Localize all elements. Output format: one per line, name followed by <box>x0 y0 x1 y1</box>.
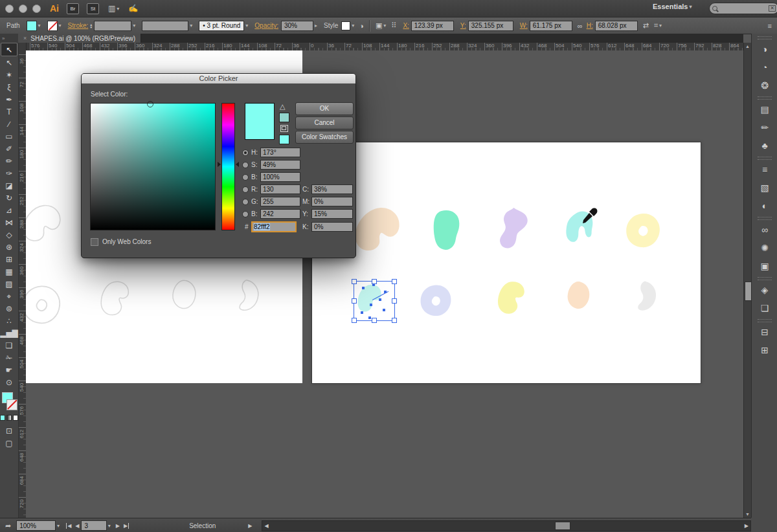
document-tab[interactable]: × SHAPES.ai @ 100% (RGB/Preview) <box>18 34 141 43</box>
dialog-title-bar[interactable]: Color Picker <box>82 74 355 83</box>
drawing-modes-button[interactable]: ⊡ <box>1 425 17 437</box>
horizontal-scrollbar[interactable]: ◀ ▶ <box>262 520 751 531</box>
tool-eraser[interactable]: ◪ <box>1 179 17 192</box>
selection-handle[interactable] <box>352 279 357 284</box>
zoom-level-field[interactable]: 100% <box>16 520 56 531</box>
stroke-weight-dropdown[interactable]: ▾ <box>133 23 135 28</box>
panel-group-handle[interactable] <box>758 217 772 220</box>
tool-free-transform[interactable]: ◇ <box>1 228 17 241</box>
anchor-point[interactable] <box>383 309 385 311</box>
tool-column-graph[interactable]: ▂▅▇ <box>1 327 17 339</box>
transform-options-icon[interactable]: ⇄ <box>643 21 649 30</box>
tool-pen[interactable]: ✒ <box>1 93 17 105</box>
tool-hand[interactable]: ☛ <box>1 364 17 376</box>
tool-blend[interactable]: ⊚ <box>1 302 17 315</box>
previous-artboard-button[interactable]: ◀ <box>75 523 79 529</box>
panel-gradient-icon[interactable]: ▧ <box>755 179 774 196</box>
tool-magic-wand[interactable]: ✶ <box>1 69 17 81</box>
anchor-point[interactable] <box>370 304 372 306</box>
none-mode-button[interactable] <box>13 415 18 421</box>
tool-perspective-grid[interactable]: ⊞ <box>1 253 17 265</box>
m-field[interactable]: 0% <box>311 197 353 206</box>
panel-brushes-icon[interactable]: ✏ <box>755 119 774 136</box>
arrange-documents-dropdown[interactable]: ▾ <box>117 6 119 12</box>
panel-stroke-icon[interactable]: ≡ <box>755 161 774 178</box>
panel-layers-icon[interactable]: ◈ <box>755 282 774 298</box>
tool-scale[interactable]: ⊿ <box>1 204 17 216</box>
tool-slice[interactable]: ✁ <box>1 351 17 364</box>
tool-eyedropper[interactable]: ⌖ <box>1 290 17 302</box>
panel-transparency-icon[interactable]: ◐ <box>755 197 774 214</box>
g-radio[interactable] <box>242 199 249 205</box>
brush-definition-select[interactable]: • 3 pt. Round <box>199 21 244 31</box>
panel-group-handle[interactable] <box>758 319 772 322</box>
s-radio[interactable] <box>242 162 249 168</box>
tool-pencil[interactable]: ✏ <box>1 155 17 167</box>
select-similar-dropdown[interactable]: ▾ <box>659 23 662 28</box>
b2-field[interactable]: 242 <box>260 209 300 219</box>
anchor-point[interactable] <box>368 316 371 319</box>
stock-button[interactable]: St <box>87 3 99 14</box>
shape-donut[interactable] <box>416 283 455 322</box>
tool-blob-brush[interactable]: ✑ <box>1 167 17 179</box>
panel-group-handle[interactable] <box>758 157 772 160</box>
zoom-window-button[interactable] <box>32 5 41 13</box>
tool-line-segment[interactable]: ∕ <box>1 118 17 130</box>
opacity-link[interactable]: Opacity: <box>254 22 278 29</box>
panel-transform-icon[interactable]: ⊞ <box>755 342 774 359</box>
scroll-left-icon[interactable]: ◀ <box>264 523 268 529</box>
hue-slider[interactable] <box>221 103 235 230</box>
h-radio[interactable] <box>242 150 249 156</box>
shape-bean[interactable] <box>352 206 403 258</box>
panel-group-handle[interactable] <box>758 36 772 39</box>
select-similar-icon[interactable]: ⌗ <box>654 21 658 30</box>
artboard-2[interactable] <box>312 142 701 383</box>
cancel-button[interactable]: Cancel <box>295 116 354 129</box>
b-field[interactable]: 100% <box>260 172 300 182</box>
anchor-point[interactable] <box>362 287 365 289</box>
export-icon[interactable]: ➦ <box>5 522 11 530</box>
selection-handle[interactable] <box>372 318 377 323</box>
search-input[interactable]: ✕ <box>709 3 777 14</box>
stroke-dropdown-icon[interactable]: ▾ <box>59 23 62 28</box>
tool-lasso[interactable]: ξ <box>1 81 17 93</box>
next-artboard-button[interactable]: ▶ <box>116 523 120 529</box>
y-field[interactable]: 15% <box>311 209 353 219</box>
arrange-documents-icon[interactable]: ▥ <box>108 4 115 13</box>
zoom-dropdown-icon[interactable]: ▾ <box>57 523 60 529</box>
tool-paintbrush[interactable]: ✐ <box>1 142 17 155</box>
stroke-weight-field[interactable] <box>94 21 131 31</box>
panel-symbols-icon[interactable]: ♣ <box>755 137 774 154</box>
anchor-point[interactable] <box>361 311 363 314</box>
artboard-dropdown-icon[interactable]: ▾ <box>108 523 111 529</box>
x-field[interactable]: 123.39 px <box>411 21 454 31</box>
selection-handle[interactable] <box>352 298 357 304</box>
bridge-button[interactable]: Br <box>67 3 79 14</box>
outlined-shape-bean[interactable] <box>26 204 63 247</box>
align-options-icon[interactable]: ▣ <box>376 21 382 30</box>
tool-direct-selection[interactable]: ↖ <box>1 56 17 69</box>
color-mode-button[interactable] <box>0 415 5 421</box>
last-artboard-button[interactable]: ▶ <box>124 523 129 529</box>
outlined-shape-crescent[interactable] <box>224 277 264 317</box>
first-artboard-button[interactable]: ◀ <box>66 523 71 529</box>
y-label[interactable]: Y: <box>460 22 466 29</box>
tool-mesh[interactable]: ▦ <box>1 265 17 278</box>
stroke-weight-stepper[interactable]: ▲▼ <box>89 23 93 28</box>
share-icon[interactable]: ✍ <box>128 4 138 13</box>
control-panel-menu-icon[interactable]: ≡ <box>768 22 772 30</box>
c-field[interactable]: 38% <box>311 184 353 194</box>
panel-swatches-icon[interactable]: ▤ <box>755 101 774 118</box>
fill-color-swatch[interactable] <box>27 21 37 31</box>
hue-marker-right-icon[interactable] <box>236 162 239 167</box>
stroke-panel-link[interactable]: Stroke: <box>68 22 89 29</box>
width-profile-select[interactable] <box>142 21 188 31</box>
opacity-field[interactable]: 30% <box>281 21 313 31</box>
shape-pebble[interactable] <box>561 280 598 317</box>
constrain-proportions-icon[interactable]: ∞ <box>578 22 583 30</box>
panel-align-icon[interactable]: ⊟ <box>755 324 774 340</box>
artboard-number-field[interactable]: 3 <box>81 520 106 531</box>
shape-donut[interactable] <box>622 211 664 254</box>
outlined-shape-pebble[interactable] <box>166 278 205 317</box>
color-swatches-button[interactable]: Color Swatches <box>295 131 354 144</box>
